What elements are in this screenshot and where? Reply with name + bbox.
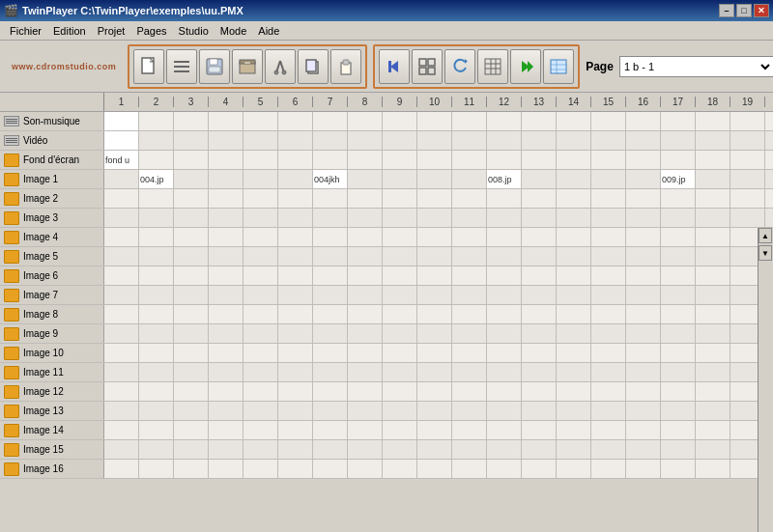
grid-cell[interactable] (209, 324, 243, 343)
close-button[interactable]: ✕ (754, 4, 769, 17)
grid-cell[interactable] (209, 131, 243, 150)
grid-cell[interactable] (591, 189, 626, 208)
grid-cell[interactable] (104, 131, 139, 150)
grid-cell[interactable] (174, 247, 209, 266)
grid-cell[interactable] (452, 324, 487, 343)
grid-cell[interactable] (104, 228, 139, 246)
save-button[interactable] (199, 49, 230, 84)
grid-cell[interactable] (487, 209, 522, 227)
grid-cell[interactable] (487, 266, 522, 285)
grid-cell[interactable] (174, 402, 209, 420)
forward-button[interactable] (510, 49, 541, 84)
menu-pages[interactable]: Pages (130, 23, 172, 39)
grid-cell[interactable] (383, 266, 417, 285)
menu-edition[interactable]: Edition (47, 23, 92, 39)
grid-cell[interactable] (209, 402, 243, 420)
grid-cell[interactable] (557, 286, 591, 304)
grid-cell[interactable] (452, 170, 487, 188)
grid-cell[interactable] (557, 131, 591, 150)
grid-cell[interactable] (557, 344, 591, 362)
grid-cell[interactable] (139, 266, 174, 285)
grid-cell[interactable] (522, 344, 557, 362)
grid-cell[interactable] (278, 170, 313, 188)
grid-cell[interactable] (522, 189, 557, 208)
grid-cell[interactable] (209, 209, 243, 227)
grid-cell[interactable] (348, 402, 383, 420)
grid-cell[interactable] (243, 170, 278, 188)
grid-cell[interactable] (452, 247, 487, 266)
grid-cell[interactable] (557, 440, 591, 459)
grid-cell[interactable] (174, 460, 209, 478)
grid-cell[interactable] (661, 421, 696, 439)
grid-cell[interactable] (383, 286, 417, 304)
grid-cell[interactable] (383, 382, 417, 401)
grid-cell[interactable] (417, 344, 452, 362)
grid-cell[interactable] (278, 151, 313, 169)
grid-cell[interactable] (557, 402, 591, 420)
grid-cell[interactable] (174, 151, 209, 169)
grid-cell[interactable] (348, 460, 383, 478)
grid-cell[interactable] (278, 228, 313, 246)
grid-cell[interactable] (174, 189, 209, 208)
grid-cell[interactable] (417, 247, 452, 266)
grid-cell[interactable] (522, 170, 557, 188)
grid-cell[interactable] (209, 382, 243, 401)
grid-cell[interactable] (522, 286, 557, 304)
grid-cell[interactable] (591, 363, 626, 381)
grid-cell[interactable]: 009.jp (661, 170, 696, 188)
grid-cell[interactable] (417, 151, 452, 169)
grid-cell[interactable] (278, 266, 313, 285)
grid-cell[interactable] (383, 421, 417, 439)
grid-cell[interactable] (139, 151, 174, 169)
grid-cell[interactable] (313, 266, 348, 285)
grid-cell[interactable] (383, 305, 417, 323)
grid-cell[interactable] (626, 324, 661, 343)
grid-cell[interactable] (313, 363, 348, 381)
grid-cell[interactable] (591, 247, 626, 266)
open-list-button[interactable] (166, 49, 197, 84)
grid-cell[interactable] (383, 189, 417, 208)
grid-cell[interactable] (591, 440, 626, 459)
grid-cell[interactable] (626, 382, 661, 401)
grid-cell[interactable] (452, 131, 487, 150)
grid-cell[interactable] (278, 209, 313, 227)
grid-cell[interactable] (417, 324, 452, 343)
grid-cell[interactable] (557, 112, 591, 130)
list-button[interactable] (543, 49, 574, 84)
maximize-button[interactable]: □ (736, 4, 752, 17)
grid-cell[interactable] (696, 112, 730, 130)
grid-cell[interactable] (174, 131, 209, 150)
grid-cell[interactable] (591, 382, 626, 401)
grid-cell[interactable] (417, 305, 452, 323)
right-scrollbar[interactable]: ▲ ▼ (758, 228, 773, 532)
grid-cell[interactable] (591, 305, 626, 323)
grid-cell[interactable] (243, 344, 278, 362)
grid-cell[interactable] (661, 247, 696, 266)
grid-cell[interactable] (591, 228, 626, 246)
grid-cell[interactable] (209, 421, 243, 439)
grid-cell[interactable] (522, 460, 557, 478)
grid-cell[interactable] (243, 112, 278, 130)
grid-cell[interactable] (278, 421, 313, 439)
grid-cell[interactable] (487, 460, 522, 478)
grid-cell[interactable] (730, 209, 765, 227)
grid-cell[interactable] (383, 228, 417, 246)
grid-cell[interactable]: 004.jp (139, 170, 174, 188)
grid-cell[interactable] (209, 344, 243, 362)
grid-cell[interactable] (139, 440, 174, 459)
grid-cell[interactable] (278, 344, 313, 362)
grid-cell[interactable] (557, 421, 591, 439)
grid-cell[interactable] (591, 344, 626, 362)
grid-cell[interactable] (313, 189, 348, 208)
grid-cell[interactable] (348, 382, 383, 401)
grid-cell[interactable] (313, 382, 348, 401)
grid-cell[interactable] (626, 189, 661, 208)
grid-cell[interactable] (626, 209, 661, 227)
grid-cell[interactable] (522, 112, 557, 130)
grid-cell[interactable] (104, 305, 139, 323)
grid-cell[interactable] (696, 421, 730, 439)
grid-cell[interactable] (661, 131, 696, 150)
minimize-button[interactable]: – (719, 4, 734, 17)
grid-cell[interactable] (487, 344, 522, 362)
grid-cell[interactable] (522, 266, 557, 285)
